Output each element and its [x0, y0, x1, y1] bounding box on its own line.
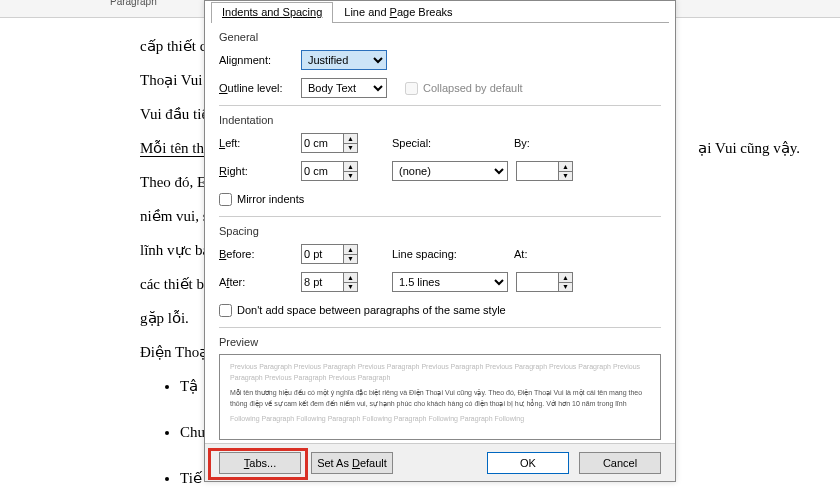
- indent-left-label: Left:: [219, 137, 301, 149]
- spin-up-icon[interactable]: ▲: [344, 245, 357, 255]
- ruler-label: Paragraph: [110, 0, 157, 7]
- spin-down-icon[interactable]: ▼: [559, 283, 572, 292]
- spin-up-icon[interactable]: ▲: [559, 162, 572, 172]
- alignment-select[interactable]: Justified: [301, 50, 387, 70]
- separator: [219, 327, 661, 328]
- at-spinner[interactable]: ▲▼: [516, 272, 573, 292]
- spin-down-icon[interactable]: ▼: [344, 283, 357, 292]
- indent-left-spinner[interactable]: ▲▼: [301, 133, 358, 153]
- preview-box: Previous Paragraph Previous Paragraph Pr…: [219, 354, 661, 440]
- special-label: Special:: [392, 137, 492, 149]
- section-general: General: [219, 31, 661, 43]
- no-space-checkbox[interactable]: Don't add space between paragraphs of th…: [219, 304, 506, 317]
- separator: [219, 105, 661, 106]
- tab-line-page-breaks[interactable]: Line and Page Breaks: [333, 2, 463, 23]
- spin-up-icon[interactable]: ▲: [344, 162, 357, 172]
- section-preview: Preview: [219, 336, 661, 348]
- after-input[interactable]: [301, 272, 343, 292]
- no-space-input[interactable]: [219, 304, 232, 317]
- by-input[interactable]: [516, 161, 558, 181]
- collapsed-checkbox-input: [405, 82, 418, 95]
- spin-down-icon[interactable]: ▼: [344, 172, 357, 181]
- outline-label: Outline level:: [219, 82, 301, 94]
- dialog-tabs: Indents and Spacing Line and Page Breaks: [211, 1, 669, 23]
- indent-right-input[interactable]: [301, 161, 343, 181]
- cancel-button[interactable]: Cancel: [579, 452, 661, 474]
- by-spinner[interactable]: ▲▼: [516, 161, 573, 181]
- mirror-indents-checkbox[interactable]: Mirror indents: [219, 193, 304, 206]
- tabs-button[interactable]: Tabs...: [219, 452, 301, 474]
- tab-indents-spacing[interactable]: Indents and Spacing: [211, 2, 333, 23]
- after-label: After:: [219, 276, 301, 288]
- before-spinner[interactable]: ▲▼: [301, 244, 358, 264]
- preview-prev: Previous Paragraph Previous Paragraph Pr…: [230, 361, 650, 383]
- before-input[interactable]: [301, 244, 343, 264]
- spin-down-icon[interactable]: ▼: [344, 144, 357, 153]
- at-label: At:: [514, 248, 527, 260]
- indent-left-input[interactable]: [301, 133, 343, 153]
- preview-next: Following Paragraph Following Paragraph …: [230, 413, 650, 424]
- special-select[interactable]: (none): [392, 161, 508, 181]
- by-label: By:: [514, 137, 530, 149]
- dialog-button-row: Tabs... Set As Default OK Cancel: [205, 443, 675, 481]
- indent-right-label: Right:: [219, 165, 301, 177]
- indent-right-spinner[interactable]: ▲▼: [301, 161, 358, 181]
- after-spinner[interactable]: ▲▼: [301, 272, 358, 292]
- spin-down-icon[interactable]: ▼: [344, 255, 357, 264]
- spin-up-icon[interactable]: ▲: [344, 134, 357, 144]
- outline-select[interactable]: Body Text: [301, 78, 387, 98]
- before-label: Before:: [219, 248, 301, 260]
- ok-button[interactable]: OK: [487, 452, 569, 474]
- mirror-indents-input[interactable]: [219, 193, 232, 206]
- alignment-label: Alignment:: [219, 54, 301, 66]
- spin-up-icon[interactable]: ▲: [344, 273, 357, 283]
- line-spacing-select[interactable]: 1.5 lines: [392, 272, 508, 292]
- paragraph-dialog: Indents and Spacing Line and Page Breaks…: [204, 0, 676, 482]
- section-spacing: Spacing: [219, 225, 661, 237]
- separator: [219, 216, 661, 217]
- section-indentation: Indentation: [219, 114, 661, 126]
- line-spacing-label: Line spacing:: [392, 248, 492, 260]
- at-input[interactable]: [516, 272, 558, 292]
- set-default-button[interactable]: Set As Default: [311, 452, 393, 474]
- spin-up-icon[interactable]: ▲: [559, 273, 572, 283]
- collapsed-checkbox: Collapsed by default: [405, 82, 523, 95]
- spin-down-icon[interactable]: ▼: [559, 172, 572, 181]
- preview-current: Mỗi tên thương hiệu đều có một ý nghĩa đ…: [230, 387, 650, 409]
